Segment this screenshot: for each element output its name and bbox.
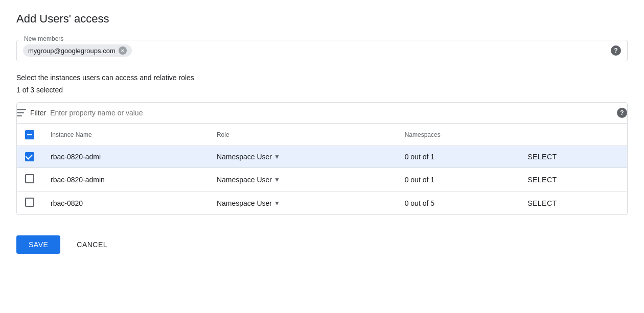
row-namespaces-1: 0 out of 1 bbox=[397, 146, 519, 168]
role-value-3: Namespace User bbox=[217, 199, 272, 207]
role-dropdown-2[interactable]: Namespace User ▼ bbox=[217, 176, 280, 184]
svg-rect-0 bbox=[17, 109, 26, 110]
page-title: Add Users' access bbox=[16, 12, 628, 26]
role-value-2: Namespace User bbox=[217, 176, 272, 184]
filter-help-icon[interactable]: ? bbox=[617, 108, 627, 118]
row-select-cell-2[interactable]: SELECT bbox=[519, 168, 627, 191]
row-namespaces-2: 0 out of 1 bbox=[397, 168, 519, 191]
new-members-label: New members bbox=[22, 35, 65, 42]
row-checkbox-unchecked-2[interactable] bbox=[25, 174, 34, 183]
row-instance-name-2: rbac-0820-admin bbox=[42, 168, 209, 191]
role-dropdown-3[interactable]: Namespace User ▼ bbox=[217, 199, 280, 207]
description-text: Select the instances users can access an… bbox=[16, 74, 628, 82]
row-checkbox-cell-3[interactable] bbox=[17, 191, 42, 215]
actions-row: SAVE CANCEL bbox=[16, 231, 628, 254]
instance-table: Instance Name Role Namespaces rbac-0820-… bbox=[17, 124, 627, 214]
row-role-3[interactable]: Namespace User ▼ bbox=[209, 191, 397, 215]
header-actions bbox=[519, 124, 627, 146]
row-namespaces-3: 0 out of 5 bbox=[397, 191, 519, 215]
role-value-1: Namespace User bbox=[217, 153, 272, 161]
chip-close-button[interactable]: × bbox=[119, 46, 127, 55]
dropdown-arrow-3: ▼ bbox=[274, 200, 280, 207]
row-select-cell-3[interactable]: SELECT bbox=[519, 191, 627, 215]
save-button[interactable]: SAVE bbox=[16, 235, 60, 254]
filter-input[interactable] bbox=[50, 109, 613, 117]
cancel-button[interactable]: CANCEL bbox=[73, 235, 111, 254]
header-instance-name: Instance Name bbox=[42, 124, 209, 146]
select-link-1[interactable]: SELECT bbox=[527, 153, 557, 161]
select-link-3[interactable]: SELECT bbox=[527, 199, 557, 207]
row-checkbox-cell-2[interactable] bbox=[17, 168, 42, 191]
selection-count: 1 of 3 selected bbox=[16, 86, 628, 94]
row-role-1[interactable]: Namespace User ▼ bbox=[209, 146, 397, 168]
member-chip[interactable]: mygroup@googlegroups.com × bbox=[23, 44, 132, 57]
header-checkbox-indeterminate[interactable] bbox=[25, 130, 34, 139]
header-checkbox-cell[interactable] bbox=[17, 124, 42, 146]
filter-icon bbox=[17, 109, 26, 116]
svg-rect-2 bbox=[17, 115, 22, 116]
table-header-row: Instance Name Role Namespaces bbox=[17, 124, 627, 146]
row-role-2[interactable]: Namespace User ▼ bbox=[209, 168, 397, 191]
svg-rect-1 bbox=[17, 112, 24, 113]
filter-label: Filter bbox=[30, 109, 46, 117]
table-row: rbac-0820 Namespace User ▼ 0 out of 5 SE… bbox=[17, 191, 627, 215]
row-checkbox-checked-1[interactable] bbox=[25, 152, 34, 161]
chip-value: mygroup@googlegroups.com bbox=[28, 47, 116, 55]
help-icon[interactable]: ? bbox=[611, 45, 621, 56]
row-checkbox-cell-1[interactable] bbox=[17, 146, 42, 168]
new-members-field: New members mygroup@googlegroups.com × ? bbox=[16, 40, 628, 61]
select-link-2[interactable]: SELECT bbox=[527, 176, 557, 184]
table-row: rbac-0820-admin Namespace User ▼ 0 out o… bbox=[17, 168, 627, 191]
dropdown-arrow-2: ▼ bbox=[274, 176, 280, 183]
instance-table-container: Filter ? Instance Name Role Namespaces bbox=[16, 102, 628, 215]
header-namespaces: Namespaces bbox=[397, 124, 519, 146]
row-checkbox-unchecked-3[interactable] bbox=[25, 198, 34, 207]
header-role: Role bbox=[209, 124, 397, 146]
filter-row: Filter ? bbox=[17, 103, 627, 124]
row-instance-name-3: rbac-0820 bbox=[42, 191, 209, 215]
table-row: rbac-0820-admi Namespace User ▼ 0 out of… bbox=[17, 146, 627, 168]
row-instance-name-1: rbac-0820-admi bbox=[42, 146, 209, 168]
dropdown-arrow-1: ▼ bbox=[274, 153, 280, 160]
role-dropdown-1[interactable]: Namespace User ▼ bbox=[217, 153, 280, 161]
chip-container: mygroup@googlegroups.com × bbox=[23, 44, 132, 57]
row-select-cell-1[interactable]: SELECT bbox=[519, 146, 627, 168]
